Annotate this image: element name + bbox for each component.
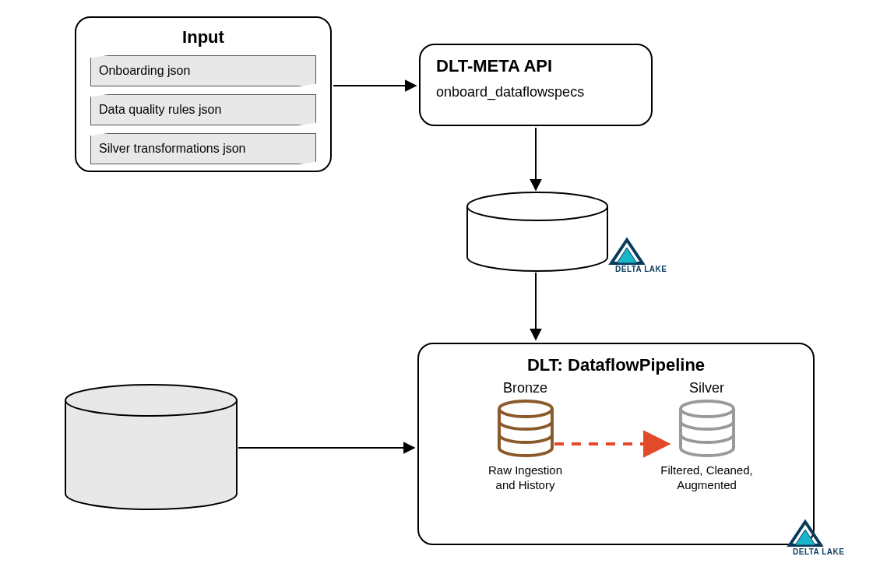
dlt-meta-api-box: DLT-META API onboard_dataflowspecs	[419, 44, 653, 126]
input-item-dq-rules: Data quality rules json	[90, 94, 316, 125]
api-method: onboard_dataflowspecs	[436, 84, 635, 100]
silver-db-icon	[676, 400, 738, 459]
bronze-db-icon	[495, 400, 557, 459]
pipeline-title: DLT: DataflowPipeline	[435, 355, 797, 375]
api-title: DLT-META API	[436, 56, 635, 76]
bronze-desc: Raw Ingestion and History	[488, 463, 562, 493]
svg-point-0	[499, 401, 552, 417]
delta-lake-logo-text-pipeline: DELTA LAKE	[793, 548, 844, 556]
silver-label: Silver	[689, 380, 724, 396]
input-item-onboarding: Onboarding json	[90, 55, 316, 86]
pipeline-box: DLT: DataflowPipeline Bronze Raw Ingesti…	[417, 343, 815, 545]
svg-point-1	[681, 401, 734, 417]
bronze-stage: Bronze Raw Ingestion and History	[448, 380, 604, 493]
dataflowspec-label: DataflowSpec	[473, 226, 586, 246]
object-store-line2: Object store	[79, 454, 178, 474]
delta-lake-logo-text-dfspec: DELTA LAKE	[615, 265, 667, 273]
svg-point-2	[467, 192, 607, 220]
bronze-label: Bronze	[503, 380, 547, 396]
svg-point-3	[65, 385, 237, 416]
input-title: Input	[90, 27, 316, 48]
object-store-label: S3/ADLS/ Object store	[79, 431, 178, 474]
input-box: Input Onboarding json Data quality rules…	[75, 16, 332, 172]
delta-lake-logo-icon-dfspec	[611, 240, 642, 263]
silver-stage: Silver Filtered, Cleaned, Augmented	[629, 380, 785, 493]
input-item-silver-transforms: Silver transformations json	[90, 133, 316, 164]
object-store-line1: S3/ADLS/	[79, 432, 156, 452]
silver-desc: Filtered, Cleaned, Augmented	[660, 463, 752, 493]
